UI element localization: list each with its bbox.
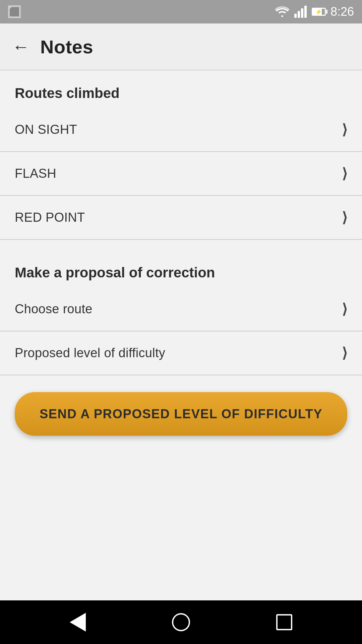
- bottom-nav: [0, 600, 362, 644]
- red-point-label: RED POINT: [15, 210, 85, 225]
- red-point-item[interactable]: RED POINT ⟩: [0, 196, 362, 240]
- nav-recent-button[interactable]: [276, 614, 292, 630]
- sim-icon: [8, 5, 21, 18]
- choose-route-item[interactable]: Choose route ⟩: [0, 287, 362, 331]
- status-bar: ⚡ 8:26: [0, 0, 362, 23]
- battery-icon: ⚡: [312, 8, 326, 16]
- flash-chevron-icon: ⟩: [342, 165, 347, 182]
- status-bar-left: [8, 5, 21, 18]
- flash-label: FLASH: [15, 166, 56, 181]
- svg-rect-3: [304, 6, 307, 18]
- send-button-label: SEND A PROPOSED LEVEL OF DIFFICULTY: [40, 407, 322, 421]
- proposed-level-item[interactable]: Proposed level of difficulty ⟩: [0, 331, 362, 375]
- status-bar-right: ⚡ 8:26: [275, 5, 354, 19]
- nav-home-circle-icon: [172, 613, 190, 631]
- svg-rect-1: [298, 11, 300, 18]
- flash-item[interactable]: FLASH ⟩: [0, 152, 362, 196]
- send-button-container: SEND A PROPOSED LEVEL OF DIFFICULTY: [0, 375, 362, 452]
- signal-icon: [294, 6, 307, 18]
- status-time: 8:26: [330, 5, 354, 19]
- nav-home-button[interactable]: [172, 613, 190, 631]
- choose-route-chevron-icon: ⟩: [342, 301, 347, 317]
- app-title: Notes: [40, 36, 93, 58]
- on-sight-chevron-icon: ⟩: [342, 121, 347, 138]
- routes-climbed-section-header: Routes climbed: [0, 70, 362, 108]
- proposed-level-chevron-icon: ⟩: [342, 345, 347, 361]
- content: Routes climbed ON SIGHT ⟩ FLASH ⟩ RED PO…: [0, 70, 362, 600]
- back-arrow-icon: ←: [12, 37, 29, 57]
- proposal-section-header: Make a proposal of correction: [0, 250, 362, 287]
- red-point-chevron-icon: ⟩: [342, 209, 347, 226]
- on-sight-label: ON SIGHT: [15, 122, 77, 137]
- proposal-title: Make a proposal of correction: [15, 265, 215, 280]
- wifi-icon: [275, 6, 290, 18]
- nav-back-button[interactable]: [70, 613, 86, 632]
- section-spacer: [0, 240, 362, 250]
- routes-climbed-title: Routes climbed: [15, 85, 120, 101]
- svg-rect-0: [294, 14, 297, 18]
- send-proposed-level-button[interactable]: SEND A PROPOSED LEVEL OF DIFFICULTY: [15, 392, 347, 436]
- proposed-level-label: Proposed level of difficulty: [15, 346, 165, 360]
- nav-recent-square-icon: [276, 614, 292, 630]
- choose-route-label: Choose route: [15, 302, 93, 316]
- on-sight-item[interactable]: ON SIGHT ⟩: [0, 108, 362, 152]
- battery-bolt: ⚡: [315, 9, 322, 15]
- nav-back-triangle-icon: [70, 613, 86, 632]
- back-button[interactable]: ←: [12, 37, 29, 57]
- svg-rect-2: [301, 8, 303, 18]
- app-bar: ← Notes: [0, 23, 362, 70]
